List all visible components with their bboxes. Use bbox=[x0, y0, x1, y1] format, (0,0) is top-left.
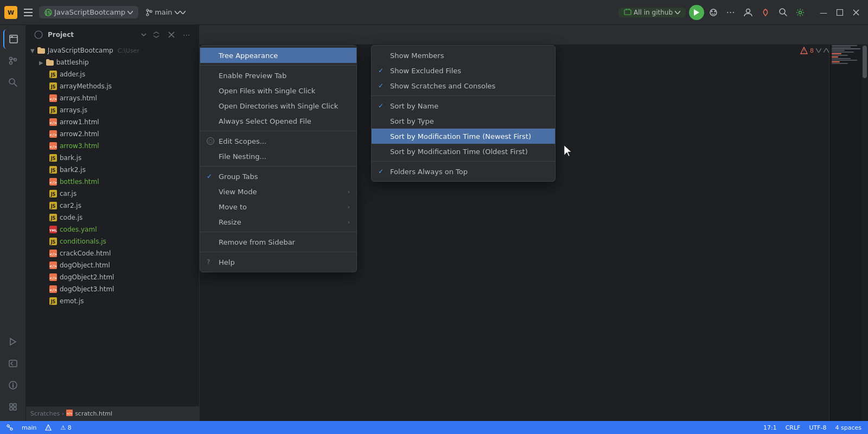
run-button[interactable] bbox=[689, 5, 704, 20]
svg-text:JS: JS bbox=[50, 168, 56, 173]
activity-run[interactable] bbox=[3, 332, 23, 352]
scrollbar-track[interactable] bbox=[861, 44, 868, 421]
menu-item-view-mode[interactable]: ✓ View Mode › bbox=[200, 184, 356, 199]
menu-item-sort-type[interactable]: ✓ Sort by Type bbox=[372, 113, 555, 129]
list-item[interactable]: </> dogObject2.html bbox=[26, 271, 199, 283]
indent-label[interactable]: 4 spaces bbox=[835, 424, 862, 431]
html-file-icon: </> bbox=[49, 261, 58, 270]
sidebar-close-icon[interactable] bbox=[165, 29, 177, 41]
menu-item-file-nesting[interactable]: ✓ File Nesting... bbox=[200, 149, 356, 164]
js-file-icon: JS bbox=[49, 297, 58, 305]
menu-item-sort-mod-newest[interactable]: ✓ Sort by Modification Time (Newest Firs… bbox=[372, 129, 555, 144]
menu-item-show-members[interactable]: ✓ Show Members bbox=[372, 48, 555, 63]
github-button[interactable]: All in github bbox=[618, 8, 686, 17]
error-indicator[interactable]: ! 8 bbox=[800, 47, 829, 54]
menu-label-sort-mod-oldest: Sort by Modification Time (Oldest First) bbox=[390, 148, 528, 156]
more-options-button[interactable]: ⋯ bbox=[723, 4, 739, 21]
menu-item-open-dirs[interactable]: ✓ Open Directories with Single Click bbox=[200, 98, 356, 113]
svg-point-14 bbox=[746, 9, 750, 12]
menu-item-help[interactable]: ? Help bbox=[200, 254, 356, 270]
sidebar-chevron-icon[interactable] bbox=[141, 31, 147, 38]
menu-item-resize[interactable]: ✓ Resize › bbox=[200, 214, 356, 229]
menu-item-show-excluded[interactable]: ✓ Show Excluded Files bbox=[372, 63, 555, 78]
activity-terminal[interactable] bbox=[3, 354, 23, 373]
list-item[interactable]: JS code.js bbox=[26, 212, 199, 224]
settings-button[interactable] bbox=[792, 4, 808, 21]
sidebar-title: Project bbox=[48, 31, 137, 39]
list-item[interactable]: JS arrays.js bbox=[26, 104, 199, 116]
list-item[interactable]: JS conditionals.js bbox=[26, 235, 199, 247]
list-item[interactable]: JS bark.js bbox=[26, 152, 199, 164]
search-button[interactable] bbox=[775, 4, 791, 21]
html-file-icon: </> bbox=[49, 177, 58, 186]
list-item[interactable]: JS bark2.js bbox=[26, 164, 199, 176]
svg-text:</>: </> bbox=[49, 252, 57, 257]
account-button[interactable] bbox=[740, 4, 756, 21]
list-item[interactable]: </> arrow3.html bbox=[26, 140, 199, 152]
list-item[interactable]: </> crackCode.html bbox=[26, 247, 199, 259]
list-item[interactable]: JS emot.js bbox=[26, 295, 199, 307]
debug-button[interactable] bbox=[705, 4, 722, 21]
activity-info[interactable] bbox=[3, 375, 23, 395]
tree-root[interactable]: ▼ JavaScriptBootcamp C:\User bbox=[26, 44, 199, 56]
list-item[interactable]: </> arrays.html bbox=[26, 92, 199, 104]
maximize-button[interactable] bbox=[832, 5, 847, 20]
menu-item-open-files[interactable]: ✓ Open Files with Single Click bbox=[200, 83, 356, 98]
menu-item-folders-top[interactable]: ✓ Folders Always on Top bbox=[372, 164, 555, 179]
menu-label-sort-mod-newest: Sort by Modification Time (Newest First) bbox=[390, 132, 531, 141]
close-button[interactable] bbox=[848, 5, 864, 20]
menu-item-enable-preview[interactable]: ✓ Enable Preview Tab bbox=[200, 68, 356, 83]
error-status[interactable]: ⚠ 8 bbox=[60, 424, 71, 431]
sidebar-more-icon[interactable]: ⋯ bbox=[181, 29, 193, 41]
git-branch-label[interactable]: main bbox=[22, 424, 36, 431]
file-label: adder.js bbox=[60, 71, 85, 78]
activity-git[interactable] bbox=[3, 51, 23, 71]
charset-label[interactable]: UTF-8 bbox=[809, 424, 826, 431]
menu-item-always-select[interactable]: ✓ Always Select Opened File bbox=[200, 113, 356, 129]
menu-item-sort-name[interactable]: ✓ Sort by Name bbox=[372, 98, 555, 113]
list-item[interactable]: </> arrow1.html bbox=[26, 116, 199, 128]
svg-text:</>: </> bbox=[49, 288, 57, 292]
activity-plugins[interactable] bbox=[3, 397, 23, 417]
editor-tabs bbox=[200, 25, 868, 44]
list-item[interactable]: JS car.js bbox=[26, 188, 199, 200]
activity-explorer[interactable] bbox=[3, 29, 23, 49]
line-ending[interactable]: CRLF bbox=[786, 424, 801, 431]
menu-item-move-to[interactable]: ✓ Move to › bbox=[200, 199, 356, 214]
root-label: JavaScriptBootcamp bbox=[48, 47, 113, 54]
menu-item-edit-scopes[interactable]: ○ Edit Scopes... bbox=[200, 133, 356, 149]
list-item[interactable]: </> dogObject3.html bbox=[26, 283, 199, 295]
menu-item-show-scratches[interactable]: ✓ Show Scratches and Consoles bbox=[372, 78, 555, 93]
scrollbar-thumb[interactable] bbox=[863, 46, 867, 78]
sidebar-expand-icon[interactable] bbox=[150, 29, 162, 41]
list-item[interactable]: JS arrayMethods.js bbox=[26, 80, 199, 92]
collab-button[interactable] bbox=[757, 4, 774, 21]
list-item[interactable]: </> arrow2.html bbox=[26, 128, 199, 140]
hamburger-menu-icon[interactable] bbox=[21, 5, 36, 20]
menu-item-group-tabs[interactable]: ✓ Group Tabs bbox=[200, 169, 356, 184]
list-item[interactable]: JS car2.js bbox=[26, 200, 199, 212]
svg-text:W: W bbox=[8, 9, 14, 16]
activity-search[interactable] bbox=[3, 73, 23, 92]
error-count: 8 bbox=[810, 47, 814, 54]
menu-label-resize: Resize bbox=[219, 218, 241, 226]
cursor-position[interactable]: 17:1 bbox=[763, 424, 777, 431]
project-selector[interactable]: JS JavaScriptBootcamp bbox=[39, 6, 138, 18]
sidebar-globe-icon[interactable] bbox=[33, 29, 44, 41]
menu-label-sort-type: Sort by Type bbox=[390, 117, 434, 125]
file-label: dogObject.html bbox=[60, 261, 110, 269]
menu-item-remove-sidebar[interactable]: ✓ Remove from Sidebar bbox=[200, 234, 356, 250]
minimize-button[interactable]: — bbox=[816, 5, 831, 20]
list-item[interactable]: </> dogObject.html bbox=[26, 259, 199, 271]
menu-item-tree-appearance[interactable]: ✓ Tree Appearance › bbox=[200, 48, 356, 63]
list-item[interactable]: YML codes.yaml bbox=[26, 224, 199, 235]
branch-selector[interactable]: main bbox=[142, 6, 189, 18]
menu-item-sort-mod-oldest[interactable]: ✓ Sort by Modification Time (Oldest Firs… bbox=[372, 144, 555, 159]
submenu-arrow-move: › bbox=[348, 203, 350, 210]
html-file-icon: </> bbox=[49, 130, 58, 138]
list-item[interactable]: JS adder.js bbox=[26, 68, 199, 80]
list-item[interactable]: </> bottles.html bbox=[26, 176, 199, 188]
tree-folder-battleship[interactable]: ▶ battleship bbox=[26, 56, 199, 68]
html-scratch-icon: </> bbox=[66, 410, 73, 418]
menu-label-open-dirs: Open Directories with Single Click bbox=[219, 102, 338, 110]
